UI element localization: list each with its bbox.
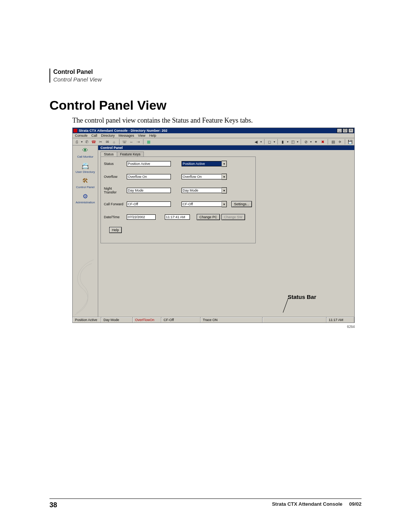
status-spacer	[263, 317, 327, 323]
status-time: 11:17 AM	[327, 317, 354, 323]
menu-messages[interactable]: Messages	[119, 134, 134, 137]
control-panel-icon: 🛠	[80, 177, 91, 185]
header-subtitle: Control Panel View	[53, 76, 362, 83]
toolbar-icon[interactable]: ◀	[253, 139, 259, 144]
sidebar-item-label: Call Monitor	[77, 155, 94, 158]
toolbar-icon[interactable]: ◻	[267, 139, 272, 144]
change-sw-button: Change SW	[221, 214, 245, 220]
minimize-button[interactable]: _	[337, 128, 342, 133]
cf-field: CF-Off	[127, 201, 171, 207]
change-pc-button[interactable]: Change PC	[197, 214, 220, 220]
toolbar-icon[interactable]: ☎	[91, 139, 96, 144]
toolbar-icon[interactable]: ✂	[98, 139, 103, 144]
status-position: Position Active	[73, 317, 101, 323]
menu-directory[interactable]: Directory	[101, 134, 115, 137]
time-field[interactable]: 11:17:41 AM	[165, 214, 190, 220]
window-title: Strata CTX Attendant Console - Directory…	[79, 129, 337, 133]
night-field: Day Mode	[127, 188, 171, 193]
toolbar-icon[interactable]: ✖	[320, 139, 325, 144]
overflow-field: Overflow On	[127, 174, 171, 179]
chevron-down-icon: ▼	[221, 187, 227, 193]
tab-feature-keys[interactable]: Feature Keys	[117, 152, 144, 157]
status-overflow: OverFlowOn	[133, 317, 161, 323]
toolbar-icon[interactable]: ⎙	[74, 139, 80, 144]
status-field: Position Active	[127, 161, 171, 166]
sidebar-item-call-monitor[interactable]: 👁 Call Monitor	[74, 146, 96, 158]
toolbar-icon[interactable]: ⇢	[135, 139, 141, 144]
maximize-button[interactable]: ▢	[342, 128, 348, 133]
sidebar-item-control-panel[interactable]: 🛠 Control Panel	[74, 177, 96, 189]
cf-label: Call Forward	[104, 202, 125, 206]
chevron-down-icon: ▼	[221, 201, 227, 207]
status-bar-annotation: Status Bar	[288, 294, 316, 300]
status-bar: Position Active Day Mode OverFlowOn CF-O…	[73, 317, 354, 323]
overflow-label: Overflow	[104, 175, 125, 179]
sidebar-item-label: Administration	[76, 201, 95, 204]
toolbar-icon[interactable]: ✈	[337, 139, 342, 144]
close-button[interactable]: ×	[348, 128, 354, 133]
monitor-icon: 👁	[80, 146, 91, 155]
night-label: Night Transfer	[104, 187, 125, 194]
menu-console[interactable]: Console	[75, 134, 88, 137]
toolbar-icon[interactable]: ◫	[290, 139, 295, 144]
app-icon	[73, 129, 77, 133]
toolbar-icon[interactable]: ▮	[280, 139, 285, 144]
header-title: Control Panel	[53, 69, 362, 75]
status-dropdown[interactable]: Position Active ▼	[182, 161, 227, 167]
status-cf: CF-Off	[161, 317, 201, 323]
sidebar-item-user-directory[interactable]: 📇 User Directory	[74, 161, 96, 174]
toolbar-icon[interactable]: 💾	[347, 139, 353, 144]
status-day: Day Mode	[101, 317, 133, 323]
datetime-label: Date/Time	[104, 215, 125, 219]
figure-id: 6264	[49, 324, 355, 329]
tab-status[interactable]: Status	[100, 152, 117, 157]
status-label: Status	[104, 162, 125, 166]
sidebar-item-administration[interactable]: ⚙ Administration	[74, 192, 96, 204]
page-footer: 38 Strata CTX Attendant Console 09/02	[49, 498, 362, 509]
menu-help[interactable]: Help	[149, 134, 156, 137]
running-header: Control Panel Control Panel View	[49, 69, 362, 83]
toolbar: ⎙▾ ✆ ☎ ✂ ✉ ⌂ ☏ ↔ ⇢ ▦ ◀▾ ◻▾ ▮▾ ◫▾ ⊘▾ ✦ ✖ …	[73, 138, 354, 145]
toolbar-icon[interactable]: ↔	[129, 139, 134, 144]
night-dropdown[interactable]: Day Mode ▼	[182, 187, 227, 193]
cf-dropdown[interactable]: CF-Off ▼	[182, 201, 227, 207]
page-title: Control Panel View	[49, 98, 362, 113]
toolbar-icon[interactable]: ▦	[146, 139, 151, 144]
overflow-dropdown[interactable]: Overflow On ▼	[182, 174, 227, 180]
footer-date: 09/02	[349, 501, 362, 507]
intro-text: The control panel view contains the Stat…	[72, 117, 362, 125]
help-button[interactable]: Help	[109, 227, 122, 233]
toolbar-icon[interactable]: ✆	[84, 139, 89, 144]
chevron-down-icon: ▼	[221, 174, 227, 180]
main-panel: Control Panel Status Feature Keys Status…	[98, 145, 354, 317]
sidebar: 👁 Call Monitor 📇 User Directory 🛠 Contro…	[73, 145, 98, 317]
admin-icon: ⚙	[80, 192, 91, 200]
tab-body: Status Position Active Position Active ▼…	[100, 157, 256, 243]
toolbar-icon[interactable]: ▤	[330, 139, 336, 144]
panel-title: Control Panel	[98, 145, 354, 150]
page-number: 38	[49, 501, 57, 509]
annotation-line	[283, 298, 288, 313]
directory-icon: 📇	[80, 161, 91, 170]
toolbar-icon[interactable]: ✉	[105, 139, 110, 144]
settings-button[interactable]: Settings...	[231, 201, 252, 207]
menu-bar: Console Call Directory Messages View Hel…	[73, 133, 354, 138]
menu-call[interactable]: Call	[91, 134, 97, 137]
sidebar-item-label: User Directory	[75, 170, 95, 174]
window-title-bar: Strata CTX Attendant Console - Directory…	[73, 128, 354, 133]
decorative-swirl	[73, 256, 98, 317]
menu-view[interactable]: View	[138, 134, 145, 137]
status-trace: Trace ON	[201, 317, 263, 323]
toolbar-icon[interactable]: ⌂	[112, 139, 117, 144]
chevron-down-icon: ▼	[221, 161, 227, 167]
toolbar-icon[interactable]: ⊘	[303, 139, 309, 144]
toolbar-icon[interactable]: ☏	[122, 139, 127, 144]
footer-doc-title: Strata CTX Attendant Console	[272, 501, 342, 507]
sidebar-item-label: Control Panel	[76, 185, 94, 189]
toolbar-icon[interactable]: ✦	[313, 139, 319, 144]
date-field[interactable]: 07/22/2002	[127, 214, 156, 220]
screenshot: Strata CTX Attendant Console - Directory…	[72, 128, 355, 323]
